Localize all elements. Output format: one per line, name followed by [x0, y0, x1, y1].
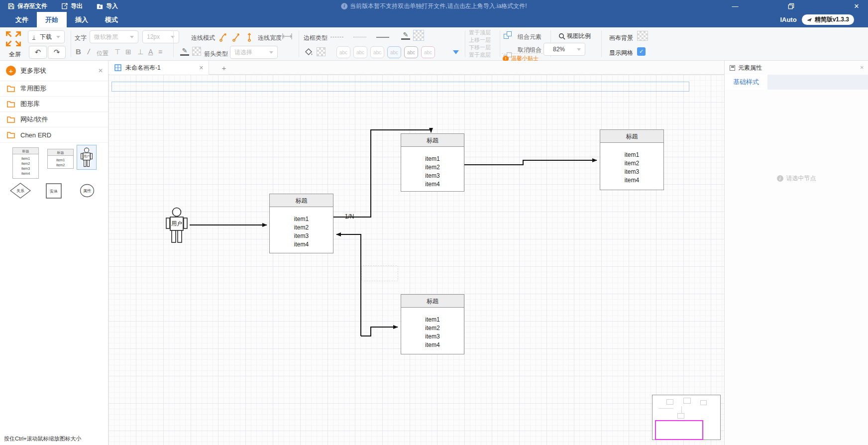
show-grid-label: 显示网格: [609, 49, 633, 57]
minimap-shape: [700, 400, 707, 405]
line-width-icon[interactable]: [282, 32, 293, 40]
folder-icon: [7, 101, 15, 108]
folder-icon: [7, 116, 15, 123]
border-style-dotted-option[interactable]: [353, 37, 366, 37]
line-color-pencil-icon[interactable]: ✎: [180, 47, 189, 56]
titlebar: 保存至文件 导出 导入 i 当前版本暂不支持双击单独打开文件,请点击左上角导入.…: [0, 0, 868, 12]
edge-branch-to-bottom[interactable]: [361, 327, 398, 336]
edge-branch-to-center[interactable]: [336, 234, 361, 336]
window-minimize-button[interactable]: —: [730, 0, 741, 12]
fill-color-swatch[interactable]: [317, 47, 326, 56]
edge-center-to-top[interactable]: [333, 130, 431, 217]
panel-close-button[interactable]: ✕: [860, 65, 864, 70]
show-grid-checkbox[interactable]: ✓: [637, 47, 646, 56]
export-button[interactable]: 导出: [61, 2, 83, 10]
italic-button[interactable]: /: [88, 47, 90, 56]
line-mode-curve-button[interactable]: [219, 31, 228, 42]
import-label: 导入: [106, 2, 118, 10]
menu-item-insert[interactable]: 插入: [67, 12, 97, 27]
border-color-pencil-icon[interactable]: ✎: [401, 31, 410, 40]
font-family-select[interactable]: 微软雅黑: [90, 30, 138, 43]
chevron-down-icon: [577, 48, 581, 51]
properties-header: 元素属性 ✕: [725, 61, 868, 75]
sidebar-header: + 更多形状 ✕: [0, 61, 108, 81]
line-mode-ortho-button[interactable]: [245, 31, 254, 42]
work-area: 未命名画布-1 ✕ + 用户: [108, 61, 724, 445]
text-style-chip[interactable]: abc: [404, 46, 418, 58]
menu-item-mode[interactable]: 模式: [97, 12, 126, 27]
thumb-actor-selected[interactable]: 用户: [77, 145, 97, 170]
more-styles-caret-icon[interactable]: [453, 50, 459, 54]
text-style-chip[interactable]: abc: [336, 46, 350, 58]
thumb-entity-2items[interactable]: 标题 item1 item2: [47, 149, 74, 169]
thumb-attribute-circle[interactable]: 属性: [80, 184, 95, 198]
sidebar-item-web-software[interactable]: 网站/软件: [0, 111, 108, 127]
canvas-tab[interactable]: 未命名画布-1 ✕: [109, 61, 209, 75]
version-notice: i 当前版本暂不支持双击单独打开文件,请点击左上角导入.ia格式文件!: [341, 0, 527, 12]
sidebar-item-chen-erd[interactable]: Chen ERD: [0, 127, 108, 142]
tab-close-button[interactable]: ✕: [199, 65, 204, 71]
thumb-relationship-diamond[interactable]: 关系: [10, 183, 31, 199]
minimap-viewport[interactable]: [655, 420, 703, 440]
align-top-icon[interactable]: ⊤: [114, 48, 120, 56]
properties-title: 元素属性: [738, 64, 762, 72]
text-style-chip[interactable]: abc: [421, 46, 435, 58]
minimap-shape: [683, 398, 691, 404]
add-shapes-icon[interactable]: +: [6, 66, 16, 76]
bold-button[interactable]: B: [76, 47, 81, 56]
user-figure-icon: 用户: [80, 147, 94, 167]
window-maximize-button[interactable]: [785, 0, 796, 12]
sidebar-item-shape-library[interactable]: 图形库: [0, 96, 108, 111]
floppy-icon: [8, 3, 14, 9]
sidebar-close-button[interactable]: ✕: [98, 67, 103, 74]
line-color-swatch[interactable]: [192, 47, 201, 56]
underline-button[interactable]: A: [148, 48, 153, 56]
border-color-swatch[interactable]: [413, 30, 424, 41]
undo-button[interactable]: ↶: [29, 46, 47, 59]
window-close-button[interactable]: ✕: [851, 0, 862, 12]
fullscreen-label: 全屏: [5, 50, 25, 59]
position-button[interactable]: 位置: [97, 49, 108, 58]
menu-item-home[interactable]: 开始: [37, 12, 67, 27]
send-backward-button[interactable]: 下移一层: [469, 44, 491, 51]
folder-icon: [7, 85, 15, 92]
edge-top-to-right[interactable]: [464, 160, 597, 165]
align-bottom-icon[interactable]: ⊥: [137, 48, 143, 56]
menu-item-file[interactable]: 文件: [7, 12, 37, 27]
import-button[interactable]: 导入: [97, 2, 118, 10]
thumb-entity-rect[interactable]: 实体: [46, 183, 62, 199]
fullscreen-button[interactable]: [5, 29, 22, 48]
sidebar-item-common-shapes[interactable]: 常用图形: [0, 81, 108, 96]
diagram-canvas[interactable]: 用户 标题item1item2item3item4标题item1item2ite…: [108, 75, 724, 445]
redo-button[interactable]: ↷: [48, 46, 66, 59]
text-style-chip[interactable]: abc: [353, 46, 367, 58]
bring-to-front-button[interactable]: 置于顶层: [469, 29, 491, 36]
border-style-dashed-option[interactable]: [330, 37, 343, 37]
folder-icon: [7, 131, 15, 138]
save-to-file-label: 保存至文件: [17, 2, 47, 10]
bring-forward-button[interactable]: 上移一层: [469, 36, 491, 44]
zoom-section-label: 视图比例: [558, 32, 591, 40]
group-elements-button[interactable]: 组合元素: [518, 33, 542, 41]
save-to-file-button[interactable]: 保存至文件: [8, 2, 47, 10]
thumb-entity-4items[interactable]: 标题 item1 item2 item3 item4: [12, 147, 39, 179]
export-label: 导出: [71, 2, 83, 10]
arrow-type-select[interactable]: 请选择: [230, 46, 278, 59]
version-badge[interactable]: 精简版v1.3.3: [802, 14, 854, 25]
send-to-back-button[interactable]: 置于底层: [469, 51, 491, 59]
canvas-bg-swatch[interactable]: [637, 31, 648, 41]
minimap[interactable]: [652, 395, 721, 440]
new-tab-button[interactable]: +: [219, 63, 229, 73]
zoom-select[interactable]: 82%: [543, 43, 585, 56]
line-mode-straight-button[interactable]: [232, 31, 241, 42]
import-icon: [97, 3, 103, 9]
redo-icon: ↷: [54, 48, 60, 57]
border-style-solid-option[interactable]: [376, 37, 389, 38]
download-dropdown[interactable]: ↓ 下载: [28, 30, 65, 43]
align-middle-icon[interactable]: ⊞: [125, 48, 131, 56]
tab-basic-style[interactable]: 基础样式: [725, 75, 767, 90]
text-align-icon[interactable]: ≡: [158, 48, 162, 56]
text-style-chip[interactable]: abc: [370, 46, 384, 58]
fill-bucket-icon[interactable]: [305, 48, 313, 56]
text-style-chip-active[interactable]: abc: [387, 46, 401, 58]
